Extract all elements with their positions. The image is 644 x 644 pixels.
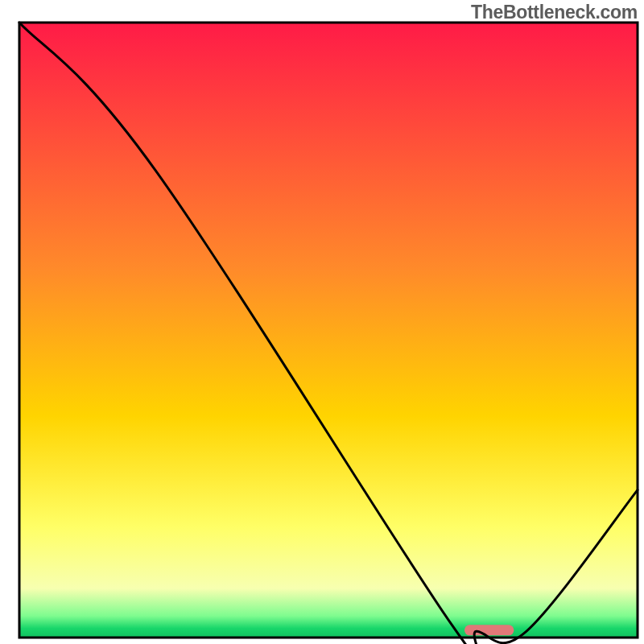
optimum-marker <box>464 625 514 635</box>
bottleneck-chart <box>0 0 644 644</box>
chart-container: TheBottleneck.com <box>0 0 644 644</box>
watermark-text: TheBottleneck.com <box>471 2 638 23</box>
